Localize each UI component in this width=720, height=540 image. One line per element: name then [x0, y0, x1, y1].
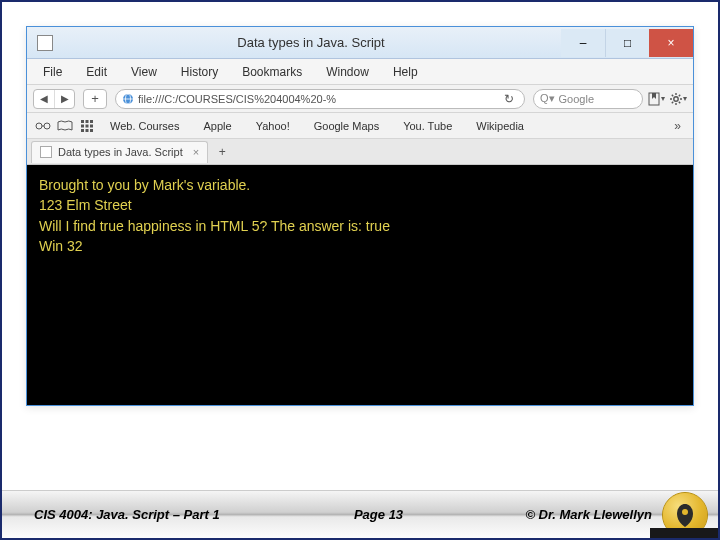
window-controls: – □ ×	[561, 29, 693, 57]
search-bar[interactable]: Q▾ Google	[533, 89, 643, 109]
tab-label: Data types in Java. Script	[58, 146, 183, 158]
open-book-icon[interactable]	[55, 117, 75, 135]
svg-point-4	[674, 96, 678, 100]
reload-button[interactable]: ↻	[500, 92, 518, 106]
nav-buttons: ◀ ▶	[33, 89, 75, 109]
footer-left: CIS 4004: Java. Script – Part 1	[2, 507, 264, 522]
bookmark-apple[interactable]: Apple	[193, 117, 243, 135]
svg-rect-20	[86, 124, 89, 127]
svg-line-11	[672, 101, 673, 102]
svg-point-25	[682, 509, 688, 515]
menu-history[interactable]: History	[169, 61, 230, 83]
menu-view[interactable]: View	[119, 61, 169, 83]
forward-button[interactable]: ▶	[54, 90, 74, 108]
maximize-button[interactable]: □	[605, 29, 649, 57]
svg-rect-19	[81, 124, 84, 127]
new-tab-toolbar-button[interactable]: +	[83, 89, 107, 109]
svg-point-14	[44, 123, 50, 129]
menubar: File Edit View History Bookmarks Window …	[27, 59, 693, 85]
svg-rect-22	[81, 129, 84, 132]
window-title: Data types in Java. Script	[61, 35, 561, 50]
bookmark-yahoo[interactable]: Yahoo!	[245, 117, 301, 135]
bookmark-webcourses[interactable]: Web. Courses	[99, 117, 191, 135]
bookmark-youtube[interactable]: You. Tube	[392, 117, 463, 135]
menu-file[interactable]: File	[31, 61, 74, 83]
tab-close-button[interactable]: ×	[193, 146, 199, 158]
menu-bookmarks[interactable]: Bookmarks	[230, 61, 314, 83]
minimize-button[interactable]: –	[561, 29, 605, 57]
footer-right: © Dr. Mark Llewellyn	[493, 507, 652, 522]
gear-icon[interactable]: ▾	[669, 90, 687, 108]
svg-point-13	[36, 123, 42, 129]
svg-rect-18	[90, 120, 93, 123]
reading-list-icon[interactable]	[33, 117, 53, 135]
bookmarks-overflow-icon[interactable]: »	[668, 119, 687, 133]
url-text: file:///C:/COURSES/CIS%204004%20-%	[138, 93, 336, 105]
output-line-3: Will I find true happiness in HTML 5? Th…	[39, 216, 681, 236]
tab-bar: Data types in Java. Script × +	[27, 139, 693, 165]
browser-window: Data types in Java. Script – □ × File Ed…	[26, 26, 694, 406]
address-bar[interactable]: file:///C:/COURSES/CIS%204004%20-% ↻	[115, 89, 525, 109]
new-tab-button[interactable]: +	[214, 144, 230, 160]
browser-tab[interactable]: Data types in Java. Script ×	[31, 141, 208, 163]
menu-window[interactable]: Window	[314, 61, 381, 83]
page-content: Brought to you by Mark's variable. 123 E…	[27, 165, 693, 405]
bookmark-googlemaps[interactable]: Google Maps	[303, 117, 390, 135]
svg-rect-21	[90, 124, 93, 127]
menu-edit[interactable]: Edit	[74, 61, 119, 83]
bookmark-wikipedia[interactable]: Wikipedia	[465, 117, 535, 135]
bookmark-dropdown-icon[interactable]: ▾	[647, 90, 665, 108]
svg-line-10	[679, 101, 680, 102]
close-button[interactable]: ×	[649, 29, 693, 57]
svg-rect-24	[90, 129, 93, 132]
search-engine-icon: Q▾	[540, 92, 555, 105]
footer-strip	[650, 528, 718, 538]
bookmarks-bar: Web. Courses Apple Yahoo! Google Maps Yo…	[27, 113, 693, 139]
svg-rect-17	[86, 120, 89, 123]
output-line-2: 123 Elm Street	[39, 195, 681, 215]
footer-center: Page 13	[264, 507, 494, 522]
output-line-4: Win 32	[39, 236, 681, 256]
page-favicon-icon	[37, 35, 53, 51]
svg-rect-16	[81, 120, 84, 123]
titlebar: Data types in Java. Script – □ ×	[27, 27, 693, 59]
output-line-1: Brought to you by Mark's variable.	[39, 175, 681, 195]
svg-line-9	[672, 94, 673, 95]
svg-rect-23	[86, 129, 89, 132]
back-button[interactable]: ◀	[34, 90, 54, 108]
toolbar: ◀ ▶ + file:///C:/COURSES/CIS%204004%20-%…	[27, 85, 693, 113]
globe-icon	[122, 93, 134, 105]
menu-help[interactable]: Help	[381, 61, 430, 83]
tab-favicon-icon	[40, 146, 52, 158]
search-placeholder: Google	[559, 93, 594, 105]
top-sites-grid-icon[interactable]	[77, 117, 97, 135]
svg-line-12	[679, 94, 680, 95]
slide-footer: CIS 4004: Java. Script – Part 1 Page 13 …	[2, 490, 718, 538]
